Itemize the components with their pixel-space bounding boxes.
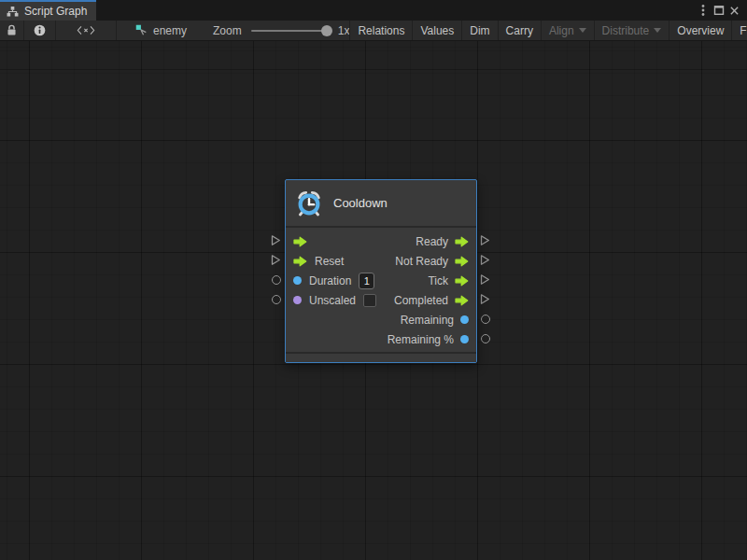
port-label-duration: Duration [309, 274, 351, 287]
align-dropdown: Align [542, 21, 595, 40]
distribute-dropdown: Distribute [595, 21, 670, 40]
flow-output-port-icon[interactable] [455, 295, 469, 306]
titlebar: Script Graph [0, 0, 747, 21]
graph-icon [7, 7, 19, 17]
port-row: Reset Not Ready [286, 251, 476, 271]
toolbar: enemy Zoom 1x Relations Values Dim Carry… [0, 21, 747, 41]
port-row: Remaining % [286, 329, 476, 349]
relations-button[interactable]: Relations [350, 21, 413, 40]
ext-port-input-value-unscaled[interactable] [272, 295, 281, 304]
tab-title: Script Graph [24, 5, 87, 18]
overview-button[interactable]: Overview [669, 21, 732, 40]
ext-port-output-value-remaining-pct[interactable] [481, 334, 490, 343]
value-output-port-icon[interactable] [460, 315, 469, 324]
graph-breadcrumb[interactable]: enemy [135, 21, 187, 40]
port-row: Ready [286, 231, 476, 251]
lock-icon [7, 24, 17, 36]
lock-button[interactable] [0, 21, 24, 40]
cooldown-node-header[interactable]: Cooldown [286, 180, 476, 228]
close-icon[interactable] [726, 1, 742, 20]
node-title: Cooldown [333, 196, 388, 210]
zoom-slider-handle[interactable] [321, 25, 332, 36]
node-footer [286, 352, 476, 362]
ext-port-output-value-remaining[interactable] [481, 315, 490, 324]
port-label-remaining: Remaining [401, 314, 454, 327]
zoom-label: Zoom [213, 24, 242, 37]
port-row: Unscaled Completed [286, 290, 476, 310]
angle-brackets-x-icon [77, 25, 95, 35]
port-label-remaining-pct: Remaining % [388, 333, 454, 346]
port-row: Duration 1 Tick [286, 271, 476, 290]
ext-port-input-value-duration[interactable] [272, 275, 281, 285]
ext-port-output-flow-not-ready[interactable] [480, 254, 490, 266]
value-output-port-icon[interactable] [460, 335, 469, 343]
duration-value-field[interactable]: 1 [359, 273, 374, 289]
maximize-icon[interactable] [711, 1, 726, 20]
graph-pointer-icon [135, 24, 148, 36]
flow-input-port-icon[interactable] [293, 236, 307, 247]
port-label-not-ready: Not Ready [395, 255, 448, 268]
flow-output-port-icon[interactable] [455, 236, 469, 247]
graph-canvas[interactable]: Cooldown Ready Reset [0, 41, 747, 560]
info-button[interactable] [24, 21, 56, 40]
chevron-down-icon [654, 28, 661, 33]
node-ports: Ready Reset Not Ready [286, 228, 476, 349]
port-label-ready: Ready [416, 235, 448, 248]
port-label-unscaled: Unscaled [309, 294, 356, 307]
info-icon [34, 24, 46, 36]
flow-output-port-icon[interactable] [455, 256, 469, 267]
unscaled-checkbox[interactable] [363, 294, 376, 307]
tab-script-graph[interactable]: Script Graph [0, 0, 96, 21]
ext-port-output-flow-ready[interactable] [480, 234, 490, 246]
port-label-tick: Tick [428, 274, 448, 287]
port-label-reset: Reset [315, 255, 344, 268]
code-toggle-button[interactable] [56, 21, 117, 40]
zoom-slider[interactable] [251, 30, 330, 32]
toolbar-right-buttons: Relations Values Dim Carry Align Distrib… [349, 21, 747, 40]
carry-button[interactable]: Carry [499, 21, 542, 40]
chevron-down-icon [579, 28, 586, 33]
port-label-completed: Completed [394, 294, 448, 307]
script-graph-window: Script Graph [0, 0, 747, 560]
cooldown-node[interactable]: Cooldown Ready Reset [285, 179, 477, 363]
dim-button[interactable]: Dim [462, 21, 498, 40]
values-button[interactable]: Values [413, 21, 462, 40]
value-input-port-icon[interactable] [293, 296, 302, 304]
window-controls [695, 0, 747, 21]
ext-port-input-flow-reset[interactable] [271, 254, 281, 266]
menu-kebab-icon[interactable] [695, 1, 711, 20]
port-row: Remaining [286, 310, 476, 329]
graph-name: enemy [153, 24, 187, 37]
ext-port-input-flow-1[interactable] [271, 234, 281, 246]
value-input-port-icon[interactable] [293, 276, 302, 285]
ext-port-output-flow-tick[interactable] [480, 273, 490, 286]
full-screen-button[interactable]: Full Screen [732, 21, 747, 40]
ext-port-output-flow-completed[interactable] [480, 293, 490, 305]
alarm-clock-icon [295, 189, 323, 217]
flow-output-port-icon[interactable] [455, 275, 469, 287]
flow-input-port-icon[interactable] [293, 256, 307, 267]
zoom-control: Zoom 1x [213, 21, 349, 40]
zoom-value: 1x [338, 24, 350, 37]
